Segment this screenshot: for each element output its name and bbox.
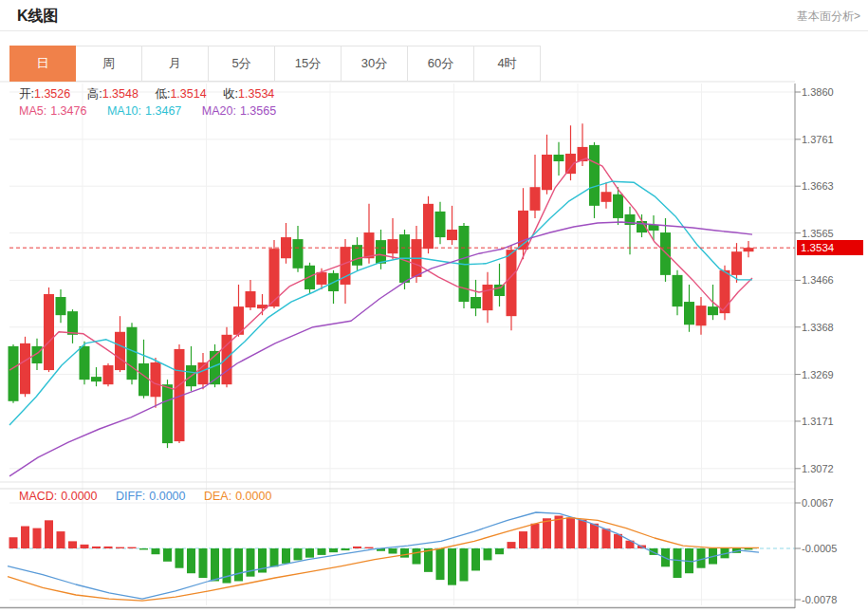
macd-value: 0.0000 <box>61 490 97 503</box>
candle-body <box>9 346 19 401</box>
macd-bar <box>175 548 184 568</box>
macd-bar <box>21 527 29 548</box>
macd-bar <box>602 529 611 548</box>
candle-body <box>447 230 457 240</box>
macd-bar <box>139 548 148 549</box>
candle-body <box>317 272 327 285</box>
candle-body <box>601 192 612 202</box>
low-label: 低: <box>155 87 170 101</box>
macd-axis-label: -0.0005 <box>802 542 837 555</box>
macd-bar <box>566 518 575 548</box>
candle-body <box>589 145 600 206</box>
title-divider <box>0 30 868 31</box>
macd-bar <box>247 548 255 577</box>
tab-15分[interactable]: 15分 <box>275 46 342 82</box>
macd-bar <box>353 547 361 548</box>
tab-日[interactable]: 日 <box>9 46 76 82</box>
candle-body <box>91 377 102 381</box>
macd-bar <box>318 548 326 555</box>
macd-info-row: MACD:0.0000 DIFF:0.0000 DEA:0.0000 <box>19 490 271 503</box>
macd-bar <box>342 548 350 550</box>
price-axis-label: 1.3565 <box>802 227 834 240</box>
macd-bar <box>555 516 563 549</box>
kline-app: K线图 基本面分析> 日周月5分15分30分60分4时 开:1.3526 高:1… <box>0 0 868 612</box>
macd-bar <box>579 520 587 548</box>
macd-bar <box>329 548 338 552</box>
candle-body <box>305 266 315 289</box>
low-value: 1.3514 <box>170 87 206 101</box>
macd-axis-label: 0.0067 <box>802 496 834 510</box>
candle-body <box>246 291 256 307</box>
candle-body <box>376 240 386 264</box>
ma10-value: 1.3467 <box>145 104 181 118</box>
diff-line <box>8 512 759 599</box>
candle-body <box>471 297 481 308</box>
macd-bar <box>187 548 195 573</box>
price-axis-label: 1.3663 <box>802 179 834 193</box>
price-axis-label: 1.3269 <box>802 368 834 381</box>
macd-bar <box>400 548 409 558</box>
price-axis-label: 1.3860 <box>802 85 834 99</box>
candle-body <box>293 239 304 269</box>
ohlc-info-row: 开:1.3526 高:1.3548 低:1.3514 收:1.3534 <box>19 86 287 102</box>
candle-body <box>162 384 173 443</box>
candle-body <box>554 155 564 161</box>
macd-bar <box>484 548 492 560</box>
macd-bar <box>163 548 172 562</box>
macd-bar <box>424 548 433 572</box>
tab-月[interactable]: 月 <box>142 46 209 82</box>
macd-bar <box>471 548 480 570</box>
macd-bar <box>495 548 504 554</box>
high-value: 1.3548 <box>102 87 139 101</box>
tab-30分[interactable]: 30分 <box>342 46 408 82</box>
macd-bar <box>68 541 77 548</box>
macd-bar <box>305 548 314 558</box>
tab-周[interactable]: 周 <box>76 46 142 82</box>
macd-bar <box>45 520 53 548</box>
dea-label: DEA: <box>204 490 231 503</box>
price-axis-label: 1.3368 <box>802 321 834 334</box>
macd-bar <box>234 548 243 582</box>
price-axis-label: 1.3072 <box>802 462 834 475</box>
candle-body <box>423 204 434 249</box>
dea-value: 0.0000 <box>235 490 271 503</box>
macd-bar <box>116 547 124 548</box>
macd-bar <box>282 548 290 564</box>
candle-body <box>649 225 659 231</box>
candle-body <box>660 232 671 275</box>
tab-60分[interactable]: 60分 <box>408 46 474 82</box>
ma10-line <box>9 181 752 425</box>
candle-body <box>673 275 683 306</box>
price-axis-label: 1.3466 <box>802 273 834 287</box>
candle-body <box>80 346 90 380</box>
open-label: 开: <box>19 87 34 101</box>
fundamental-analysis-link[interactable]: 基本面分析> <box>797 9 860 25</box>
macd-bar <box>436 548 445 580</box>
macd-bar <box>519 531 527 548</box>
macd-bar <box>270 548 279 566</box>
macd-bar <box>543 518 551 548</box>
ma20-value: 1.3565 <box>240 104 276 118</box>
macd-axis-label: -0.0078 <box>802 593 837 606</box>
macd-bar <box>152 548 160 554</box>
candle-body <box>388 239 398 253</box>
macd-bar <box>745 548 753 549</box>
macd-bar <box>57 531 65 548</box>
diff-label: DIFF: <box>116 490 145 503</box>
candle-body <box>684 302 694 325</box>
close-value: 1.3534 <box>238 87 274 101</box>
candle-body <box>115 332 125 370</box>
high-label: 高: <box>87 87 102 101</box>
candle-body <box>56 297 66 315</box>
macd-bar <box>448 548 456 585</box>
ma20-label: MA20: <box>202 104 236 118</box>
candle-body <box>530 187 541 211</box>
price-axis-label: 1.3171 <box>802 415 834 428</box>
candle-body <box>494 285 505 296</box>
macd-bar <box>33 529 42 548</box>
diff-value: 0.0000 <box>149 490 185 503</box>
tab-5分[interactable]: 5分 <box>209 46 275 82</box>
interval-tabbar: 日周月5分15分30分60分4时 <box>9 46 541 82</box>
candle-body <box>696 306 707 325</box>
tab-4时[interactable]: 4时 <box>474 46 541 82</box>
